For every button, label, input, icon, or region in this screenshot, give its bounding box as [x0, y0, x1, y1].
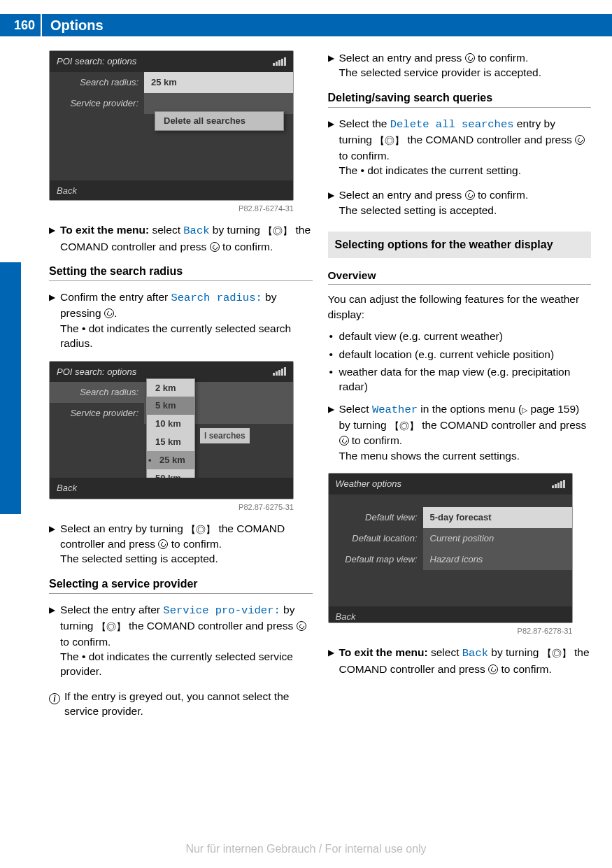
screenshot-poi-options-1: POI search: options Search radius: 25 km… [49, 50, 294, 201]
content: POI search: options Search radius: 25 km… [49, 50, 591, 728]
ss2-opt: 15 km [147, 433, 194, 451]
t: to confirm. [475, 52, 529, 64]
step-exit-menu-1: ▶ To exit the menu: select Back by turni… [49, 222, 313, 254]
step-marker: ▶ [49, 222, 60, 254]
ss3-r1l: Default view: [329, 507, 423, 528]
ss3-r3v: Hazard icons [423, 549, 572, 570]
mono-service-provider: Service pro‐vider: [163, 604, 280, 617]
ss1-popup-item: Delete all searches [155, 112, 283, 130]
step-body: To exit the menu: select Back by turning… [339, 645, 592, 676]
ss2-trunc: l searches [200, 428, 250, 444]
rotate-icon: 【◎】 [263, 225, 292, 238]
t: the COMAND controller and press [126, 620, 297, 632]
press-icon [297, 621, 306, 631]
step-marker: ▶ [49, 290, 60, 351]
ss2-row2-label: Service provider: [50, 403, 144, 424]
step-marker: ▶ [328, 187, 339, 218]
step-body: Select an entry and press to confirm. Th… [339, 50, 592, 80]
signal-icon [273, 57, 286, 66]
t: Select [339, 403, 372, 415]
ss3-r1v: 5-day forecast [423, 507, 572, 528]
screenshot-poi-options-2: POI search: options Search radius: Servi… [49, 361, 294, 499]
ss2-back: Back [50, 478, 293, 499]
ss3-r3l: Default map view: [329, 549, 423, 570]
ss1-row1-value: 25 km [144, 72, 293, 93]
bullet-item: •default view (e.g. current weather) [329, 329, 592, 343]
t: to confirm. [349, 434, 403, 446]
t: the COMAND controller and press [404, 134, 575, 145]
step-body: Select Weather in the options menu (▷ pa… [339, 401, 592, 463]
ss2-caption: P82.87-6275-31 [49, 502, 294, 513]
t: by turning [210, 224, 264, 236]
overview-intro: You can adjust the following features fo… [328, 292, 592, 322]
rotate-icon: 【◎】 [542, 647, 571, 660]
t: to confirm. [498, 663, 552, 675]
press-icon [158, 539, 168, 549]
t: . [114, 307, 117, 319]
bullet-list: •default view (e.g. current weather) •de… [329, 329, 592, 394]
ss3-title: Weather options [336, 478, 401, 490]
ss2-opt-selected: 25 km [147, 451, 194, 469]
t: to confirm. [168, 538, 222, 550]
t: by turning [488, 646, 542, 658]
ss1-row1-label: Search radius: [50, 72, 144, 93]
ss3-back: Back [329, 606, 572, 623]
ss1-titlebar: POI search: options [50, 51, 293, 72]
step-body: Select the entry after Service pro‐vider… [60, 602, 313, 679]
info-icon-wrap: i [49, 689, 64, 719]
press-icon [104, 308, 114, 318]
ss2-opt-highlight: 5 km [147, 397, 194, 415]
step6-line2: The • dot indicates the current setting. [339, 163, 592, 178]
t: Select an entry and press [339, 52, 465, 64]
column-right: ▶ Select an entry and press to confirm. … [328, 50, 592, 728]
footer-text: Nur für internen Gebrauch / For internal… [0, 843, 612, 855]
ss3-spacer [329, 570, 572, 606]
note-text: If the entry is greyed out, you cannot s… [64, 689, 313, 719]
t: in the options menu ( [418, 403, 522, 415]
ss1-popup: Delete all searches [155, 111, 284, 131]
step5-line2: The selected service provider is accepte… [339, 65, 592, 80]
ss3-r2v: Current position [423, 528, 572, 549]
step-marker: ▶ [328, 401, 339, 463]
ss1-row2-label: Service provider: [50, 93, 144, 114]
step4-line2: The • dot indicates the currently select… [60, 649, 313, 679]
step-marker: ▶ [49, 602, 60, 679]
ss3-row3: Default map view: Hazard icons [329, 549, 572, 570]
info-icon: i [49, 693, 60, 704]
t: to confirm. [60, 636, 111, 648]
side-tab-label: COMAND Online and Internet [6, 297, 24, 511]
press-icon [488, 664, 498, 674]
h3-service-provider: Selecting a service provider [49, 576, 313, 594]
t: Select an entry and press [339, 189, 465, 201]
ss3-r2l: Default location: [329, 528, 423, 549]
ss1-title: POI search: options [57, 55, 136, 68]
ss1-back: Back [50, 180, 293, 201]
step-select-entry: ▶ Select an entry by turning 【◎】 the COM… [49, 521, 313, 567]
t: Select the entry after [60, 604, 163, 616]
bullet-dot: • [329, 347, 339, 362]
h3-search-radius: Setting the search radius [49, 264, 313, 281]
step3-line2: The selected setting is accepted. [60, 551, 313, 566]
step2-line2: The • dot indicates the currently select… [60, 321, 313, 351]
step-body: Confirm the entry after Search radius: b… [60, 290, 313, 351]
mono-search-radius: Search radius: [171, 292, 262, 304]
step9-bold: To exit the menu: [339, 646, 428, 658]
screenshot-weather-options: Weather options Default view: 5-day fore… [328, 473, 573, 623]
step-6: ▶ Select the Delete all searches entry b… [328, 116, 592, 178]
ss3-row2: Default location: Current position [329, 528, 572, 549]
bullet-text: default view (e.g. current weather) [339, 329, 503, 343]
rotate-icon: 【◎】 [186, 523, 215, 536]
step8-line2: The menu shows the current settings. [339, 448, 592, 463]
step-7: ▶ Select an entry and press to confirm. … [328, 187, 592, 218]
t: 25 km [155, 455, 185, 465]
press-icon [339, 436, 349, 446]
ss2-opt: 2 km [147, 379, 194, 397]
t: Select an entry by turning [60, 522, 186, 534]
ss3-gap [329, 495, 572, 507]
ss2-title: POI search: options [57, 366, 136, 378]
step1-bold: To exit the menu: [60, 224, 149, 236]
rotate-icon: 【◎】 [97, 620, 126, 634]
ss3-caption: P82.87-6278-31 [328, 626, 573, 636]
bullet-dot: • [329, 364, 339, 394]
page: 160 Options COMAND Online and Internet P… [0, 0, 612, 868]
